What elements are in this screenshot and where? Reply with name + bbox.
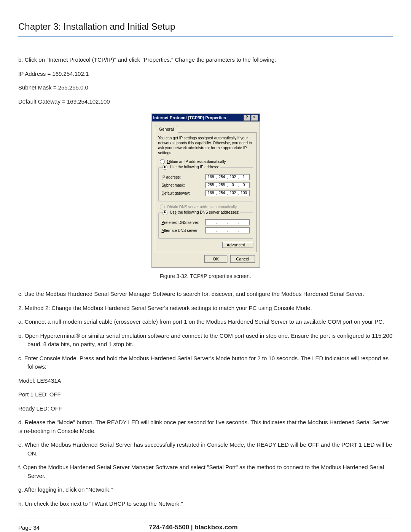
- step-c2: c. Enter Console Mode. Press and hold th…: [18, 354, 393, 371]
- tab-general[interactable]: General: [155, 126, 178, 133]
- help-button[interactable]: ?: [244, 115, 250, 121]
- tab-panel-general: You can get IP settings assigned automat…: [155, 132, 256, 252]
- footer-contact: 724-746-5500 | blackbox.com: [40, 524, 347, 531]
- radio-icon: [160, 159, 165, 164]
- ready-line: Ready LED: OFF: [18, 404, 393, 413]
- label-pref-dns: Preferred DNS server:: [162, 220, 206, 225]
- dialog-titlebar: Internet Protocol (TCP/IP) Properties ? …: [152, 114, 260, 121]
- intro-text: You can get IP settings assigned automat…: [158, 136, 253, 155]
- tab-strip: General: [155, 124, 256, 132]
- field-ip-address: IP address: 169. 254. 102. 1: [162, 174, 250, 180]
- ip-spec: IP Address = 169.254.102.1: [18, 70, 393, 78]
- group-use-ip: Use the following IP address: IP address…: [158, 165, 253, 201]
- field-subnet-mask: Subnet mask: 255. 255. 0. 0: [162, 182, 250, 188]
- dialog-body: General You can get IP settings assigned…: [152, 121, 260, 267]
- preferred-dns-input[interactable]: . . .: [205, 219, 249, 225]
- page-number: Page 34: [18, 524, 40, 531]
- gateway-spec: Default Gateway = 169.254.102.100: [18, 97, 393, 106]
- footer-rule: [18, 519, 393, 519]
- field-alternate-dns: Alternate DNS server: . . .: [162, 227, 250, 233]
- step-c: c. Use the Modbus Hardened Serial Server…: [18, 290, 393, 299]
- tcpip-properties-dialog: Internet Protocol (TCP/IP) Properties ? …: [151, 113, 260, 268]
- step-e2: e. When the Modbus Hardened Serial Serve…: [18, 441, 393, 458]
- option-label: Obtain DNS server address automatically: [167, 205, 237, 209]
- body-content: b. Click on "Internet Protocol (TCP/IP)"…: [18, 56, 393, 106]
- step-b: b. Click on "Internet Protocol (TCP/IP)"…: [18, 56, 393, 64]
- model-line: Model: LES431A: [18, 377, 393, 385]
- port1-line: Port 1 LED: OFF: [18, 390, 393, 399]
- label-alt-dns: Alternate DNS server:: [162, 228, 206, 233]
- advanced-button[interactable]: Advanced...: [222, 242, 253, 248]
- document-page: Chapter 3: Installation and Initial Setu…: [0, 0, 411, 532]
- method-2: 2. Method 2: Change the Modbus Hardened …: [18, 304, 393, 313]
- close-button[interactable]: ×: [251, 115, 258, 121]
- ok-button[interactable]: OK: [204, 255, 227, 263]
- step-d2: d. Release the "Mode" button. The READY …: [18, 418, 393, 435]
- step-h2: h. Un-check the box next to "I Want DHCP…: [18, 500, 393, 508]
- field-default-gateway: Default gateway: 169. 254. 102. 100: [162, 190, 250, 196]
- option-label: Use the following IP address:: [170, 165, 219, 169]
- dialog-title: Internet Protocol (TCP/IP) Properties: [153, 115, 226, 120]
- step-b2: b. Open Hyperterminal® or similar serial…: [18, 332, 393, 349]
- option-obtain-dns-auto: Obtain DNS server address automatically: [160, 204, 253, 209]
- label-mask: Subnet mask:: [162, 183, 206, 187]
- mask-spec: Subnet Mask = 255.255.0.0: [18, 83, 393, 92]
- radio-icon: [162, 210, 167, 215]
- option-obtain-ip-auto[interactable]: Obtain an IP address automatically: [160, 159, 253, 164]
- alternate-dns-input[interactable]: . . .: [205, 227, 249, 233]
- figure-3-32: Internet Protocol (TCP/IP) Properties ? …: [18, 113, 393, 279]
- label-ip: IP address:: [162, 175, 206, 179]
- option-use-following-ip[interactable]: Use the following IP address:: [162, 165, 220, 170]
- default-gateway-input[interactable]: 169. 254. 102. 100: [205, 190, 249, 196]
- dialog-buttons: OK Cancel: [155, 252, 256, 264]
- radio-icon: [162, 165, 167, 170]
- heading-rule: [18, 36, 393, 37]
- body-content-2: c. Use the Modbus Hardened Serial Server…: [18, 290, 393, 508]
- page-footer: Page 34 724-746-5500 | blackbox.com: [18, 524, 393, 531]
- option-label: Use the following DNS server addresses:: [170, 210, 239, 214]
- step-g2: g. After logging in, click on "Network.": [18, 486, 393, 494]
- ip-address-input[interactable]: 169. 254. 102. 1: [205, 174, 249, 180]
- option-use-following-dns[interactable]: Use the following DNS server addresses:: [162, 210, 240, 215]
- cancel-button[interactable]: Cancel: [230, 255, 255, 263]
- field-preferred-dns: Preferred DNS server: . . .: [162, 219, 250, 225]
- option-label: Obtain an IP address automatically: [167, 160, 226, 164]
- group-use-dns: Use the following DNS server addresses: …: [158, 210, 253, 239]
- subnet-mask-input[interactable]: 255. 255. 0. 0: [205, 182, 249, 188]
- figure-caption: Figure 3-32. TCP/IP properties screen.: [18, 273, 393, 279]
- step-a2: a. Connect a null-modem serial cable (cr…: [18, 318, 393, 326]
- label-gateway: Default gateway:: [162, 191, 206, 195]
- chapter-heading: Chapter 3: Installation and Initial Setu…: [18, 21, 393, 32]
- step-f2: f. Open the Modbus Hardened Serial Serve…: [18, 463, 393, 480]
- radio-icon: [160, 204, 165, 209]
